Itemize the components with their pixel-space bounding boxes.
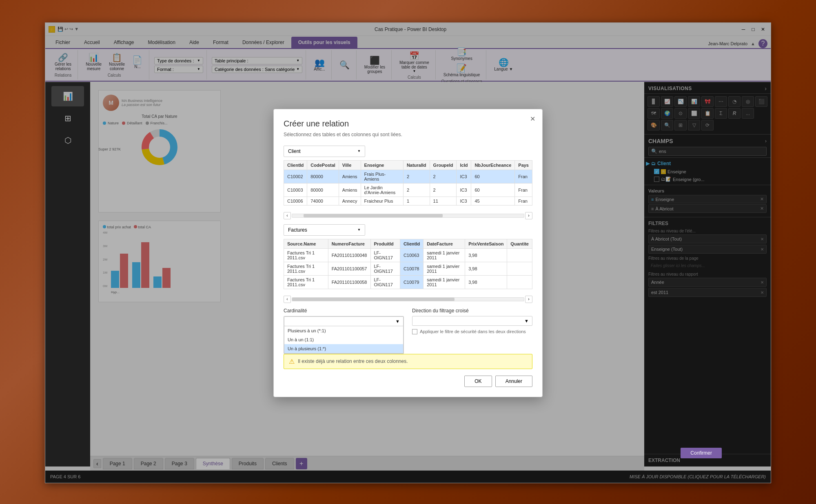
table-row[interactable]: C10006 74000 Annecy Fraicheur Plus 1 11 … — [284, 197, 532, 205]
option-un-plusieurs[interactable]: Un à plusieurs (1:*) — [284, 344, 403, 353]
cell-naturalid: 1 — [403, 197, 430, 205]
cell-produit: LF-OIGN117 — [370, 248, 400, 262]
dialog-close-button[interactable]: ✕ — [528, 114, 537, 124]
scroll2-thumb — [292, 298, 455, 301]
cell-source: Factures Tri 1 2011.csv — [284, 248, 328, 262]
table-row[interactable]: Factures Tri 1 2011.csv FA201101100058 L… — [284, 275, 532, 289]
cell-prix: 3,98 — [465, 248, 507, 262]
cell-enseigne: Frais Plus-Amiens — [361, 170, 403, 183]
cell-qte — [507, 248, 532, 262]
col-numerofacture[interactable]: NumeroFacture — [328, 239, 370, 248]
cell-pays: Fran — [515, 170, 532, 183]
option-plusieurs-un[interactable]: Plusieurs à un (*:1) — [284, 326, 403, 335]
direction-label: Direction du filtrage croisé — [412, 308, 532, 314]
cell-nbjour: 45 — [471, 197, 515, 205]
cell-date: samedi 1 janvier 2011 — [424, 262, 465, 275]
col-icid[interactable]: IcId — [457, 160, 471, 170]
cell-date: samedi 1 janvier 2011 — [424, 248, 465, 262]
cell-naturalid: 2 — [403, 170, 430, 183]
security-checkbox[interactable] — [412, 329, 417, 334]
col-enseigne[interactable]: Enseigne — [361, 160, 403, 170]
cardinalite-selected[interactable]: ▼ — [284, 316, 404, 326]
table-row[interactable]: C10003 80000 Amiens Le Jardin d'Annie-Am… — [284, 183, 532, 197]
table2-dropdown[interactable]: Factures ▼ — [284, 224, 365, 236]
col-naturalid[interactable]: NaturalId — [403, 160, 430, 170]
cell-produit: LF-OIGN117 — [370, 275, 400, 289]
table2-data: Source.Name NumeroFacture ProduitId Clie… — [284, 239, 532, 289]
cardinalite-dropdown-container: ▼ Plusieurs à un (*:1) Un à un (1:1) Un … — [284, 316, 404, 354]
cell-prix: 3,98 — [465, 275, 507, 289]
table-row[interactable]: Factures Tri 1 2011.csv FA201101100057 L… — [284, 262, 532, 275]
cell-groupeid: 2 — [430, 183, 457, 197]
cell-clientid: C10002 — [284, 170, 307, 183]
col-sourcename[interactable]: Source.Name — [284, 239, 328, 248]
dropdown1-chevron-icon: ▼ — [357, 149, 361, 153]
col-pays[interactable]: Pays — [515, 160, 532, 170]
col-ville[interactable]: Ville — [339, 160, 361, 170]
warning-icon: ⚠ — [289, 358, 295, 365]
scroll-left-btn[interactable]: ‹ — [284, 212, 291, 219]
confirmer-area: Confirmer — [681, 448, 722, 458]
cell-clientid: C10006 — [284, 197, 307, 205]
cell-ville: Amiens — [339, 183, 361, 197]
scroll-thumb — [304, 214, 443, 217]
table1-dropdown[interactable]: Client ▼ — [284, 146, 365, 157]
table-row[interactable]: Factures Tri 1 2011.csv FA201101100048 L… — [284, 248, 532, 262]
cardinalite-label: Cardinalité — [284, 308, 404, 314]
cell-pays: Fran — [515, 197, 532, 205]
direction-col: Direction du filtrage croisé ▼ Appliquer… — [412, 308, 532, 334]
confirmer-button[interactable]: Confirmer — [681, 448, 722, 458]
cell-numero: FA201101100048 — [328, 248, 370, 262]
table-row[interactable]: C10002 80000 Amiens Frais Plus-Amiens 2 … — [284, 170, 532, 183]
col-groupeid[interactable]: GroupeId — [430, 160, 457, 170]
direction-dropdown[interactable]: ▼ — [412, 316, 532, 326]
cell-ville: Amiens — [339, 170, 361, 183]
cell-groupeid: 11 — [430, 197, 457, 205]
dialog-actions: OK Annuler — [284, 376, 532, 387]
cell-numero: FA201101100058 — [328, 275, 370, 289]
col-nbjourecheance[interactable]: NbJourEcheance — [471, 160, 515, 170]
cell-icid: IC3 — [457, 170, 471, 183]
cell-ville: Annecy — [339, 197, 361, 205]
col-clientid[interactable]: ClientId — [284, 160, 307, 170]
col-codepostal[interactable]: CodePostal — [307, 160, 339, 170]
cell-groupeid: 2 — [430, 170, 457, 183]
col-quantite[interactable]: Quantite — [507, 239, 532, 248]
cell-clientid: C10003 — [284, 183, 307, 197]
warning-text: Il existe déjà une relation entre ces de… — [298, 358, 408, 364]
cell-codepostal: 80000 — [307, 170, 339, 183]
cell-client2: C10079 — [400, 275, 423, 289]
cell-qte — [507, 262, 532, 275]
cardinalite-options: Plusieurs à un (*:1) Un à un (1:1) Un à … — [284, 326, 404, 354]
col-prixvente[interactable]: PrixVenteSaison — [465, 239, 507, 248]
chevron-down-icon: ▼ — [395, 319, 400, 324]
security-filter-row: Appliquer le filtre de sécurité dans les… — [412, 329, 532, 334]
cell-icid: IC3 — [457, 197, 471, 205]
table2-selector: Factures ▼ — [284, 224, 532, 236]
warning-banner: ⚠ Il existe déjà une relation entre ces … — [284, 354, 532, 369]
option-un-un[interactable]: Un à un (1:1) — [284, 335, 403, 344]
dialog-subtitle: Sélectionnez des tables et des colonnes … — [284, 132, 532, 137]
scroll2-right-btn[interactable]: › — [525, 296, 532, 303]
main-window: ⚡ 💾 ↩ ↪ ▼ Cas Pratique - Power BI Deskto… — [45, 22, 771, 483]
cell-prix: 3,98 — [465, 262, 507, 275]
cell-codepostal: 74000 — [307, 197, 339, 205]
cell-produit: LF-OIGN117 — [370, 262, 400, 275]
cardinalite-col: Cardinalité ▼ Plusieurs à un (*:1) Un à … — [284, 308, 404, 354]
security-filter-label: Appliquer le filtre de sécurité dans les… — [420, 329, 526, 334]
col-produitid[interactable]: ProduitId — [370, 239, 400, 248]
annuler-button[interactable]: Annuler — [495, 376, 532, 387]
cell-source: Factures Tri 1 2011.csv — [284, 262, 328, 275]
table2-label: Factures — [288, 227, 307, 233]
cell-icid: IC3 — [457, 183, 471, 197]
scroll-track[interactable] — [292, 214, 524, 218]
scroll2-left-btn[interactable]: ‹ — [284, 296, 291, 303]
table1-scrollbar: ‹ › — [284, 212, 532, 219]
col-datefacture[interactable]: DateFacture — [424, 239, 465, 248]
cell-client2: C10063 — [400, 248, 423, 262]
col-clientid2[interactable]: ClientId — [400, 239, 423, 248]
ok-button[interactable]: OK — [464, 376, 492, 387]
cell-codepostal: 80000 — [307, 183, 339, 197]
scroll-right-btn[interactable]: › — [525, 212, 532, 219]
scroll2-track[interactable] — [292, 297, 524, 301]
